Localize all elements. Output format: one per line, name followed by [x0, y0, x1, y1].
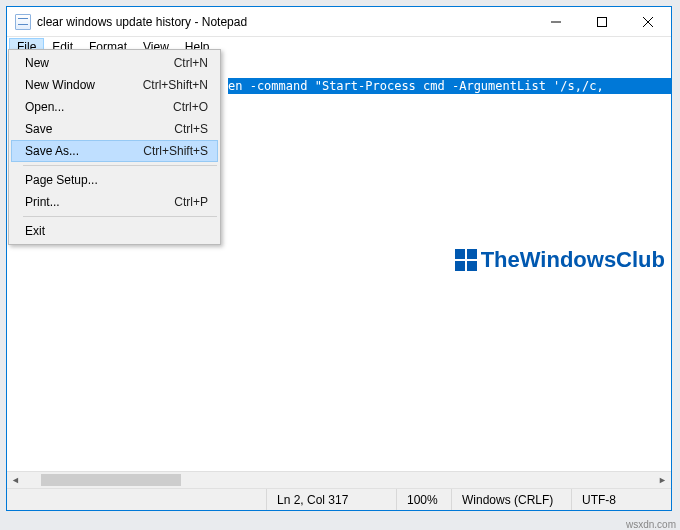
menu-separator — [23, 165, 217, 166]
statusbar: Ln 2, Col 317 100% Windows (CRLF) UTF-8 — [7, 488, 671, 510]
scroll-right-button[interactable]: ► — [654, 472, 671, 488]
titlebar[interactable]: clear windows update history - Notepad — [7, 7, 671, 37]
status-position: Ln 2, Col 317 — [266, 489, 396, 510]
menu-separator — [23, 216, 217, 217]
status-line-ending: Windows (CRLF) — [451, 489, 571, 510]
window-title: clear windows update history - Notepad — [37, 15, 533, 29]
menu-item-exit[interactable]: Exit — [11, 220, 218, 242]
horizontal-scrollbar[interactable]: ◄ ► — [7, 471, 671, 488]
footer-text: wsxdn.com — [626, 519, 676, 530]
menu-item-print[interactable]: Print...Ctrl+P — [11, 191, 218, 213]
close-button[interactable] — [625, 7, 671, 37]
scroll-thumb[interactable] — [41, 474, 181, 486]
status-zoom: 100% — [396, 489, 451, 510]
menu-item-new-window[interactable]: New WindowCtrl+Shift+N — [11, 74, 218, 96]
menu-item-save-as[interactable]: Save As...Ctrl+Shift+S — [11, 140, 218, 162]
notepad-icon — [15, 14, 31, 30]
selected-text[interactable]: en -command "Start-Process cmd -Argument… — [228, 78, 671, 94]
svg-rect-1 — [598, 18, 607, 27]
status-encoding: UTF-8 — [571, 489, 671, 510]
scroll-track[interactable] — [24, 472, 654, 488]
menu-item-open[interactable]: Open...Ctrl+O — [11, 96, 218, 118]
maximize-button[interactable] — [579, 7, 625, 37]
menu-item-new[interactable]: NewCtrl+N — [11, 52, 218, 74]
watermark: TheWindowsClub — [455, 247, 665, 273]
menu-item-page-setup[interactable]: Page Setup... — [11, 169, 218, 191]
watermark-text: TheWindowsClub — [481, 247, 665, 273]
status-spacer — [7, 489, 266, 510]
minimize-button[interactable] — [533, 7, 579, 37]
watermark-logo-icon — [455, 249, 477, 271]
menu-item-save[interactable]: SaveCtrl+S — [11, 118, 218, 140]
file-menu-dropdown: NewCtrl+N New WindowCtrl+Shift+N Open...… — [8, 49, 221, 245]
scroll-left-button[interactable]: ◄ — [7, 472, 24, 488]
